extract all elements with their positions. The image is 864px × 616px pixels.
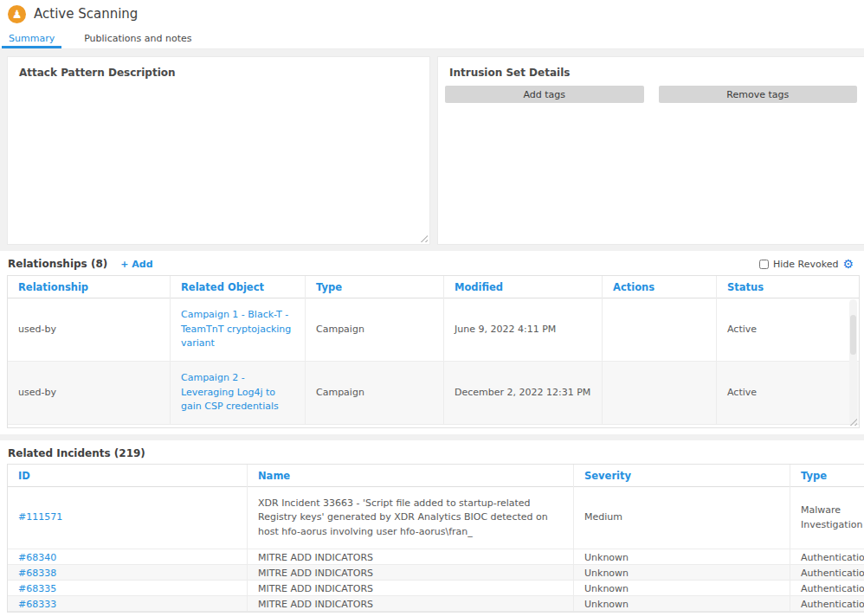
- actions-cell: [603, 298, 717, 361]
- type-cell: Campaign: [306, 298, 444, 361]
- incident-name: XDR Incident 33663 - 'Script file added …: [258, 497, 563, 540]
- actions-cell: [603, 362, 717, 424]
- tab-summary[interactable]: Summary: [2, 29, 61, 48]
- relationship-cell: used-by: [8, 362, 171, 424]
- add-tags-button[interactable]: Add tags: [445, 86, 644, 103]
- relationship-row: used-by Campaign 1 - Black-T - TeamTnT c…: [8, 298, 859, 362]
- related-incidents-panel: Related Incidents (219) ID Name Severity…: [0, 440, 864, 616]
- incident-id-link[interactable]: #68340: [18, 551, 56, 566]
- col-severity[interactable]: Severity: [574, 465, 790, 487]
- hide-revoked-label: Hide Revoked: [773, 259, 838, 270]
- hide-revoked-checkbox[interactable]: [759, 260, 769, 269]
- relationships-panel: Relationships (8) + Add Hide Revoked ⚙ R…: [0, 251, 864, 434]
- remove-tags-button[interactable]: Remove tags: [659, 86, 858, 103]
- modified-cell: December 2, 2022 12:31 PM: [444, 362, 603, 424]
- scrollbar-thumb[interactable]: [850, 315, 856, 355]
- incident-severity: Medium: [574, 487, 790, 549]
- incident-row: #68340 MITRE ADD INDICATORS Unknown Auth…: [8, 549, 864, 565]
- incident-name: MITRE ADD INDICATORS: [248, 596, 574, 613]
- col-id[interactable]: ID: [8, 465, 248, 487]
- col-type[interactable]: Type: [790, 465, 864, 487]
- tab-publications-and-notes[interactable]: Publications and notes: [77, 29, 198, 48]
- gear-icon[interactable]: ⚙: [842, 258, 854, 270]
- incident-id-link[interactable]: #68338: [18, 567, 56, 581]
- col-actions[interactable]: Actions: [603, 276, 717, 298]
- incident-type: Authentication: [790, 596, 864, 613]
- relationships-title: Relationships (8): [8, 258, 107, 270]
- intrusion-set-details-panel: Intrusion Set Details Add tags Remove ta…: [437, 56, 864, 245]
- incident-row: #111571 XDR Incident 33663 - 'Script fil…: [8, 487, 864, 549]
- col-name[interactable]: Name: [248, 465, 574, 487]
- status-cell: Active: [717, 362, 859, 424]
- relationship-row: used-by Campaign 2 - Leveraging Log4j to…: [8, 362, 859, 425]
- incident-severity: Unknown: [574, 596, 790, 613]
- tab-bar: Summary Publications and notes: [0, 28, 864, 49]
- add-relationship-button[interactable]: + Add: [120, 259, 152, 270]
- page-header: ♟ Active Scanning: [0, 0, 864, 28]
- incident-row: #68338 MITRE ADD INDICATORS Unknown Auth…: [8, 565, 864, 581]
- relationships-table: Relationship Related Object Type Modifie…: [7, 275, 860, 428]
- related-object-link[interactable]: Campaign 1 - Black-T - TeamTnT cryptojac…: [181, 308, 294, 351]
- incident-type: Malware Investigation: [790, 487, 864, 549]
- incident-row: #68333 MITRE ADD INDICATORS Unknown Auth…: [8, 596, 864, 612]
- incident-id-link[interactable]: #68335: [18, 582, 56, 597]
- table-scrollbar[interactable]: [849, 299, 857, 425]
- relationship-cell: used-by: [8, 298, 171, 361]
- incidents-table-header: ID Name Severity Type: [8, 465, 864, 487]
- col-relationship[interactable]: Relationship: [8, 276, 171, 298]
- col-modified[interactable]: Modified: [444, 276, 603, 298]
- related-object-link[interactable]: Campaign 2 - Leveraging Log4j to gain CS…: [181, 371, 294, 414]
- incident-row: #68335 MITRE ADD INDICATORS Unknown Auth…: [8, 581, 864, 596]
- incident-id-link[interactable]: #68333: [18, 598, 56, 613]
- intrusion-set-details-title: Intrusion Set Details: [438, 57, 864, 86]
- incident-id-link[interactable]: #111571: [18, 510, 62, 525]
- modified-cell: June 9, 2022 4:11 PM: [444, 298, 603, 361]
- page-title: Active Scanning: [34, 6, 138, 22]
- related-incidents-title: Related Incidents (219): [8, 447, 145, 459]
- attack-pattern-description-title: Attack Pattern Description: [8, 57, 429, 86]
- relationships-table-header: Relationship Related Object Type Modifie…: [8, 276, 859, 298]
- partial-row: [8, 425, 859, 428]
- top-cards: Attack Pattern Description Intrusion Set…: [0, 56, 864, 245]
- col-type[interactable]: Type: [306, 276, 444, 298]
- col-status[interactable]: Status: [717, 276, 859, 298]
- related-incidents-table: ID Name Severity Type #111571 XDR Incide…: [7, 464, 864, 613]
- attack-pattern-description-panel: Attack Pattern Description: [7, 56, 430, 245]
- type-cell: Campaign: [306, 362, 444, 424]
- status-cell: Active: [717, 298, 859, 361]
- resize-grip[interactable]: [420, 234, 428, 242]
- attack-pattern-icon: ♟: [8, 5, 26, 23]
- col-related-object[interactable]: Related Object: [171, 276, 306, 298]
